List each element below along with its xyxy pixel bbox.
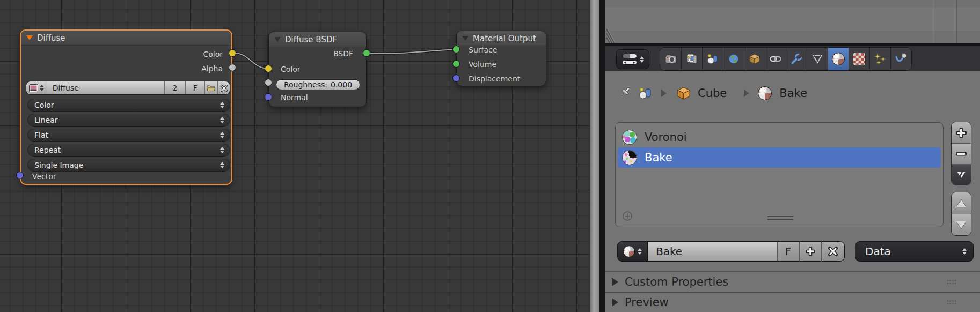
- slot-row-voronoi[interactable]: Voronoi: [618, 127, 941, 147]
- tab-world[interactable]: [723, 48, 744, 70]
- panel-title: Preview: [625, 296, 669, 309]
- filter-options-icon[interactable]: [622, 211, 633, 221]
- material-sphere-icon[interactable]: [758, 86, 772, 100]
- tab-particles[interactable]: [869, 48, 890, 70]
- tab-modifiers[interactable]: [786, 48, 807, 70]
- extension-dropdown[interactable]: Repeat: [27, 144, 230, 157]
- editor-type-button[interactable]: [616, 49, 649, 69]
- properties-tab-bar: [660, 47, 912, 71]
- list-resize-handle[interactable]: [767, 216, 793, 221]
- node-material-output[interactable]: Material Output Surface Volume Displacem…: [456, 31, 546, 86]
- editor-switch-arrows-icon: [640, 56, 644, 63]
- image-browse-button[interactable]: [26, 81, 47, 94]
- folder-icon: [207, 84, 216, 92]
- panel-drag-dots-icon[interactable]: [947, 279, 956, 285]
- slot-move-buttons: [951, 192, 971, 236]
- collapse-triangle-icon[interactable]: [26, 35, 33, 40]
- column-divider: [956, 0, 957, 43]
- node-editor-vertical-scrollbar[interactable]: [589, 0, 599, 312]
- node-bsdf-header[interactable]: Diffuse BSDF: [269, 32, 366, 47]
- unlink-button[interactable]: [217, 81, 230, 94]
- node-title: Material Output: [473, 34, 536, 43]
- area-resize-grip-icon[interactable]: [606, 28, 622, 43]
- tab-object[interactable]: [744, 48, 765, 70]
- socket-diffuse-alpha-out[interactable]: [229, 64, 236, 71]
- custom-properties-panel-header[interactable]: Custom Properties: [605, 271, 980, 292]
- material-name-field[interactable]: Bake: [648, 241, 777, 262]
- node-editor-canvas[interactable]: Diffuse Color Alpha Diffuse 2 F: [0, 0, 589, 312]
- object-cube-icon[interactable]: [676, 86, 691, 101]
- tab-physics[interactable]: [890, 48, 911, 70]
- material-sphere-icon: [623, 246, 635, 257]
- socket-bsdf-out[interactable]: [363, 49, 370, 57]
- area-band: [605, 8, 980, 31]
- arrow-up-icon: [956, 200, 966, 207]
- node-diffuse-header[interactable]: Diffuse: [21, 31, 231, 46]
- tab-render-layers[interactable]: [681, 48, 702, 70]
- dropdown-value: Repeat: [34, 146, 61, 154]
- collapse-triangle-icon[interactable]: [462, 36, 469, 41]
- color-space-dropdown[interactable]: Color: [27, 99, 230, 112]
- image-name-field[interactable]: Diffuse: [47, 81, 164, 94]
- slot-row-bake[interactable]: Bake: [618, 147, 941, 168]
- dropdown-value: Flat: [34, 131, 48, 139]
- tab-texture[interactable]: [849, 48, 869, 70]
- remove-slot-button[interactable]: [952, 143, 971, 164]
- close-icon: [221, 85, 228, 92]
- roughness-slider[interactable]: Roughness: 0.000: [276, 79, 360, 90]
- source-dropdown[interactable]: Single Image: [27, 159, 230, 172]
- socket-diffuse-vector-in[interactable]: [16, 172, 24, 179]
- mesh-data-icon: [811, 53, 824, 65]
- material-slot-list[interactable]: Voronoi Bake: [615, 122, 944, 227]
- fake-user-button[interactable]: F: [185, 81, 204, 94]
- socket-bsdf-normal-in[interactable]: [265, 93, 272, 101]
- material-link-dropdown[interactable]: Data: [855, 241, 974, 262]
- interpolation-dropdown[interactable]: Linear: [27, 114, 230, 127]
- browse-arrows-icon: [40, 85, 44, 91]
- expand-triangle-icon: [612, 278, 618, 286]
- breadcrumb: Cube Bake: [617, 84, 807, 103]
- panel-drag-dots-icon[interactable]: [947, 300, 956, 305]
- link-surface-outline: [367, 49, 456, 54]
- browse-material-button[interactable]: [617, 241, 648, 262]
- tab-constraints[interactable]: [765, 48, 786, 70]
- move-slot-up-button[interactable]: [952, 192, 971, 214]
- socket-output-surface-in[interactable]: [452, 46, 460, 53]
- node-diffuse-texture[interactable]: Diffuse Color Alpha Diffuse 2 F: [20, 29, 232, 185]
- pin-icon[interactable]: [617, 85, 632, 101]
- output-label-bsdf: BSDF: [333, 50, 353, 57]
- projection-dropdown[interactable]: Flat: [27, 129, 230, 142]
- socket-output-displacement-in[interactable]: [452, 75, 460, 82]
- scene-breadcrumb-icon[interactable]: [638, 86, 653, 101]
- socket-diffuse-color-out[interactable]: [229, 49, 236, 57]
- bake-material-preview-icon: [622, 150, 637, 165]
- collapse-triangle-icon[interactable]: [274, 37, 281, 42]
- socket-bsdf-color-in[interactable]: [265, 65, 272, 72]
- node-output-header[interactable]: Material Output: [457, 31, 546, 46]
- open-image-button[interactable]: [204, 81, 217, 94]
- camera-icon: [664, 53, 677, 65]
- breadcrumb-material-name[interactable]: Bake: [779, 87, 807, 100]
- node-diffuse-bsdf[interactable]: Diffuse BSDF BSDF Color Roughness: 0.000…: [268, 32, 367, 107]
- tab-render[interactable]: [660, 48, 681, 70]
- chevron-updown-icon: [220, 162, 224, 168]
- breadcrumb-object-name[interactable]: Cube: [698, 87, 727, 100]
- tab-object-data[interactable]: [807, 48, 828, 70]
- dropdown-value: Linear: [34, 116, 58, 124]
- new-material-button[interactable]: [799, 241, 821, 262]
- preview-panel-header[interactable]: Preview: [605, 292, 980, 312]
- users-count-button[interactable]: 2: [164, 81, 186, 94]
- socket-output-volume-in[interactable]: [452, 60, 460, 68]
- node-title: Diffuse: [37, 33, 65, 43]
- socket-bsdf-roughness-in[interactable]: [265, 79, 272, 86]
- chevron-updown-icon: [220, 147, 224, 153]
- tab-material[interactable]: [828, 48, 849, 70]
- fake-user-button[interactable]: F: [777, 241, 799, 262]
- tab-scene[interactable]: [702, 48, 723, 70]
- slot-specials-menu-button[interactable]: [952, 164, 971, 185]
- slot-label: Voronoi: [645, 131, 687, 144]
- arrow-down-icon: [956, 221, 966, 228]
- move-slot-down-button[interactable]: [952, 214, 971, 235]
- add-slot-button[interactable]: [952, 122, 971, 143]
- unlink-material-button[interactable]: [821, 241, 845, 262]
